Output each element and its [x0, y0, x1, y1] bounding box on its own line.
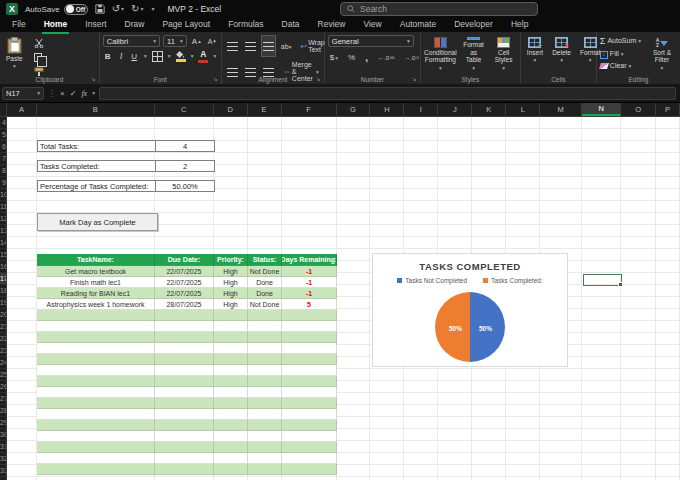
underline-button[interactable]: U	[129, 51, 139, 62]
table-cell[interactable]: Due Date:	[155, 254, 214, 266]
row-header[interactable]: 20	[0, 309, 6, 321]
column-header-h[interactable]: H	[370, 103, 404, 116]
table-cell[interactable]	[155, 464, 214, 475]
row-header[interactable]: 17	[0, 273, 6, 285]
tab-data[interactable]: Data	[280, 18, 302, 32]
table-cell[interactable]	[155, 420, 214, 431]
table-cell[interactable]	[155, 453, 214, 464]
table-cell[interactable]	[37, 409, 155, 420]
table-cell[interactable]	[282, 442, 337, 453]
column-header-o[interactable]: O	[621, 103, 656, 116]
table-cell[interactable]	[214, 442, 248, 453]
alignment-dialog-launcher-icon[interactable]: ↘	[315, 76, 322, 83]
table-cell[interactable]	[37, 464, 155, 475]
column-header-l[interactable]: L	[506, 103, 540, 116]
table-cell[interactable]	[37, 387, 155, 398]
table-cell[interactable]	[282, 453, 337, 464]
table-cell[interactable]	[155, 310, 214, 321]
number-dialog-launcher-icon[interactable]: ↘	[411, 76, 418, 83]
tab-draw[interactable]: Draw	[123, 18, 147, 32]
table-cell[interactable]: 22/07/2025	[155, 266, 214, 277]
formula-input[interactable]	[99, 87, 676, 100]
tab-formulas[interactable]: Formulas	[226, 18, 265, 32]
table-cell[interactable]	[37, 420, 155, 431]
decrease-decimal-button[interactable]: →.00	[402, 54, 420, 62]
table-cell[interactable]	[155, 321, 214, 332]
search-input[interactable]: Search	[340, 2, 538, 16]
autosave-control[interactable]: AutoSave Off	[25, 4, 88, 15]
table-cell[interactable]	[248, 442, 282, 453]
column-header-a[interactable]: A	[7, 103, 37, 116]
table-cell[interactable]: Done	[248, 277, 282, 288]
table-cell[interactable]	[214, 354, 248, 365]
conditional-formatting-button[interactable]: Conditional Formatting ▾	[424, 35, 457, 73]
table-cell[interactable]	[214, 409, 248, 420]
borders-icon[interactable]	[152, 51, 163, 62]
row-header[interactable]: 31	[0, 441, 6, 453]
autosave-toggle[interactable]: Off	[64, 4, 88, 15]
paste-button[interactable]: Paste ▾	[3, 35, 26, 72]
row-header[interactable]: 10	[0, 189, 6, 201]
table-cell[interactable]: Days Remaining:	[282, 254, 337, 266]
orientation-button[interactable]: ab▾	[279, 41, 294, 52]
tab-developer[interactable]: Developer	[452, 18, 495, 32]
table-cell[interactable]	[37, 442, 155, 453]
column-header-m[interactable]: M	[540, 103, 582, 116]
table-cell[interactable]	[282, 354, 337, 365]
table-cell[interactable]	[214, 387, 248, 398]
comma-style-button[interactable]: ,	[363, 51, 370, 64]
table-cell[interactable]	[37, 398, 155, 409]
underline-dropdown-icon[interactable]: ▾	[144, 53, 147, 59]
font-dialog-launcher-icon[interactable]: ↘	[212, 76, 219, 83]
table-cell[interactable]: Not Done	[248, 266, 282, 277]
sheet-cells[interactable]: Total Tasks:4Tasks Completed:2Percentage…	[7, 117, 680, 480]
tab-view[interactable]: View	[361, 18, 383, 32]
table-cell[interactable]: Status:	[248, 254, 282, 266]
table-cell[interactable]	[37, 453, 155, 464]
table-cell[interactable]	[282, 332, 337, 343]
table-cell[interactable]	[248, 321, 282, 332]
table-cell[interactable]: TaskName:	[37, 254, 155, 266]
row-header[interactable]: 22	[0, 333, 6, 345]
copy-button[interactable]: ▾	[32, 52, 48, 63]
table-cell[interactable]	[155, 376, 214, 387]
row-header[interactable]: 5	[0, 129, 6, 141]
enter-formula-icon[interactable]: ✓	[70, 89, 77, 98]
row-header[interactable]: 13	[0, 225, 6, 237]
table-cell[interactable]	[37, 310, 155, 321]
tab-automate[interactable]: Automate	[398, 18, 438, 32]
table-cell[interactable]	[282, 376, 337, 387]
row-header[interactable]: 16	[0, 261, 6, 273]
table-cell[interactable]	[37, 431, 155, 442]
table-cell[interactable]	[155, 398, 214, 409]
table-cell[interactable]	[155, 409, 214, 420]
table-cell[interactable]	[282, 387, 337, 398]
table-cell[interactable]	[282, 343, 337, 354]
table-cell[interactable]	[214, 464, 248, 475]
table-cell[interactable]	[248, 387, 282, 398]
currency-button[interactable]: $▾	[328, 52, 340, 63]
redo-icon[interactable]: ↻▾	[131, 4, 143, 14]
undo-icon[interactable]: ↺▾	[112, 4, 124, 14]
font-name-select[interactable]: Calibri▾	[103, 35, 160, 47]
font-color-button[interactable]: A	[198, 50, 208, 63]
table-cell[interactable]: 22/07/2025	[155, 277, 214, 288]
row-header[interactable]: 32	[0, 453, 6, 465]
row-header[interactable]: 27	[0, 393, 6, 405]
table-cell[interactable]	[155, 431, 214, 442]
table-cell[interactable]	[155, 442, 214, 453]
table-cell[interactable]: Not Done	[248, 299, 282, 310]
clipboard-dialog-launcher-icon[interactable]: ↘	[90, 76, 97, 83]
tab-insert[interactable]: Insert	[83, 18, 108, 32]
insert-cells-button[interactable]: Insert ▾	[524, 35, 546, 73]
delete-cells-button[interactable]: Delete ▾	[549, 35, 574, 73]
autosum-button[interactable]: ΣAutoSum▾	[600, 36, 641, 47]
table-cell[interactable]	[282, 431, 337, 442]
table-cell[interactable]	[214, 365, 248, 376]
table-cell[interactable]	[155, 365, 214, 376]
table-cell[interactable]: -1	[282, 277, 337, 288]
mark-day-complete-button[interactable]: Mark Day as Complete	[37, 213, 158, 231]
table-cell[interactable]	[282, 310, 337, 321]
row-header[interactable]: 33	[0, 465, 6, 477]
table-cell[interactable]	[214, 332, 248, 343]
